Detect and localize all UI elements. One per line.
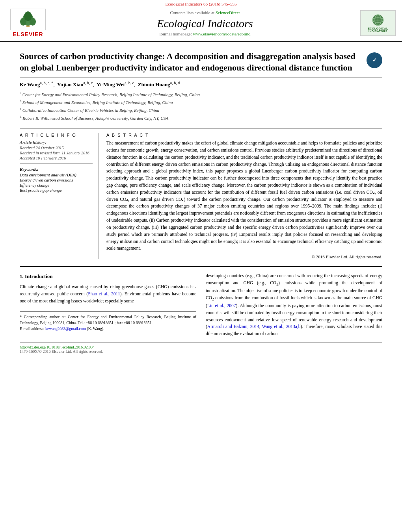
authors-section: Ke Wanga, b, c, *, Yujiao Xiana, b, c, Y… [20, 78, 382, 124]
header-content: ELSEVIER Contents lists available at Sci… [0, 7, 402, 39]
author-yiming-wei: Yi-Ming Wei [97, 82, 125, 88]
received-date: Received 24 October 2015 [20, 146, 93, 150]
journal-title-center: Contents lists available at ScienceDirec… [50, 10, 360, 36]
affil-a: a Center for Energy and Environmental Po… [20, 91, 382, 98]
body-two-col: 1. Introduction Climate change and globa… [20, 272, 382, 337]
ref-liu-2007[interactable]: Liu et al., 2007 [207, 303, 236, 308]
article-title-section: Sources of carbon productivity change: A… [20, 44, 382, 78]
history-title: Article history: [20, 140, 93, 145]
divider-1 [20, 163, 93, 164]
abstract-text: The measurement of carbon productivity m… [106, 140, 382, 252]
footnote-email: E-mail address: kewang2083@gmail.com (K.… [20, 326, 196, 332]
affil-b: b School of Management and Economics, Be… [20, 98, 382, 106]
journal-homepage-link[interactable]: www.elsevier.com/locate/ecolind [193, 32, 251, 36]
kw-3: Efficiency change [20, 183, 93, 187]
kw-1: Data envelopment analysis (DEA) [20, 173, 93, 177]
footnote-section: * Corresponding author at: Center for En… [20, 311, 196, 332]
footer-bar: http://dx.doi.org/10.1016/j.ecolind.2016… [20, 342, 382, 354]
journal-header: Ecological Indicators 66 (2016) 545–555 … [0, 0, 402, 42]
keywords-section: Keywords: Data envelopment analysis (DEA… [20, 167, 93, 193]
elsevier-wordmark: ELSEVIER [13, 31, 43, 37]
email-prefix-label: E-mail address: [20, 326, 44, 331]
svg-point-4 [24, 11, 32, 21]
keywords-title: Keywords: [20, 167, 93, 172]
email-who-label: (K. Wang). [87, 326, 104, 331]
contents-line: Contents lists available at ScienceDirec… [50, 10, 360, 15]
kw-2: Energy driven carbon emissions [20, 178, 93, 182]
journal-citation-bar: Ecological Indicators 66 (2016) 545–555 [0, 0, 402, 7]
intro-right-para: developing countries (e.g., China) are c… [206, 272, 382, 337]
elsevier-logo: ELSEVIER [6, 9, 50, 37]
kw-4: Best practice gap change [20, 188, 93, 193]
email-link[interactable]: kewang2083@gmail.com [45, 326, 86, 331]
body-right-col: developing countries (e.g., China) are c… [206, 272, 382, 337]
footer-doi: http://dx.doi.org/10.1016/j.ecolind.2016… [20, 345, 382, 349]
author-yujiao-xian: Yujiao Xian [57, 82, 83, 88]
article-title: Sources of carbon productivity change: A… [20, 51, 367, 73]
ref-armaroli-2014[interactable]: Armaroli and Balzani, 2014 [207, 324, 259, 329]
received-revised-date: Received in revised form 11 January 2016 [20, 151, 93, 155]
author-ke-wang: Ke Wang [20, 82, 40, 88]
eco-logo-text: ECOLOGICALINDICATORS [368, 27, 388, 33]
affiliations: a Center for Energy and Environmental Po… [20, 91, 382, 122]
author-zhimin-huang: Zhimin Huang [138, 82, 170, 88]
elsevier-logo-image [10, 9, 46, 30]
right-col-abstract: A B S T R A C T The measurement of carbo… [106, 133, 382, 259]
journal-homepage: journal homepage: www.elsevier.com/locat… [50, 32, 360, 36]
main-content: Sources of carbon productivity change: A… [0, 44, 402, 354]
copyright-line: © 2016 Elsevier Ltd. All rights reserved… [106, 254, 382, 259]
article-info-heading: A R T I C L E I N F O [20, 133, 93, 137]
affil-d: d Robert B. Willumstad School of Busines… [20, 114, 382, 121]
ref-wang-2013[interactable]: Wang et al., 2013a,b [262, 324, 301, 329]
elsevier-tree-svg [16, 11, 40, 28]
affil-c: c Collaborative Innovation Center of Ele… [20, 106, 382, 113]
left-col-article-info: A R T I C L E I N F O Article history: R… [20, 133, 99, 259]
body-section: 1. Introduction Climate change and globa… [20, 266, 382, 337]
abstract-heading: A B S T R A C T [106, 133, 382, 137]
body-left-col: 1. Introduction Climate change and globa… [20, 272, 196, 337]
article-history: Article history: Received 24 October 201… [20, 140, 93, 160]
accepted-date: Accepted 10 February 2016 [20, 156, 93, 160]
intro-left-para: Climate change and global warming caused… [20, 284, 196, 304]
journal-main-title: Ecological Indicators [50, 17, 360, 30]
authors-line: Ke Wanga, b, c, *, Yujiao Xiana, b, c, Y… [20, 81, 382, 88]
footer-issn: 1470-160X/© 2016 Elsevier Ltd. All right… [20, 349, 382, 354]
journal-citation: Ecological Indicators 66 (2016) 545–555 [166, 2, 237, 6]
eco-indicators-logo: ECOLOGICALINDICATORS [360, 10, 396, 36]
eco-logo-svg [368, 13, 388, 27]
ref-shao-2011[interactable]: Shao et al., 2011 [88, 291, 120, 296]
footnote-corresponding: * Corresponding author at: Center for En… [20, 314, 196, 326]
sciencedirect-link[interactable]: ScienceDirect [216, 10, 240, 15]
article-info-abstract-cols: A R T I C L E I N F O Article history: R… [20, 128, 382, 259]
crossmark-badge: ✓ [367, 52, 382, 68]
doi-link[interactable]: http://dx.doi.org/10.1016/j.ecolind.2016… [20, 345, 95, 349]
crossmark-icon: ✓ [372, 57, 377, 63]
intro-title: 1. Introduction [20, 272, 196, 280]
